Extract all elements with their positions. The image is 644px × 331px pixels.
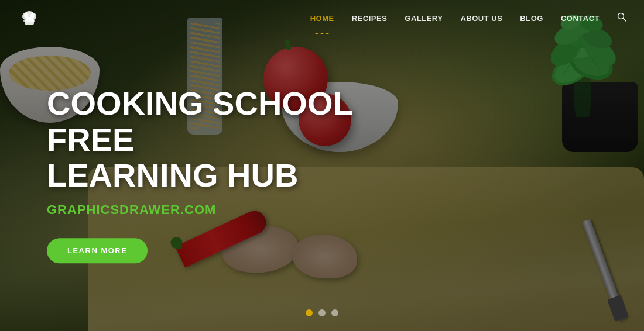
learn-more-button[interactable]: LEARN MORE [47, 238, 148, 263]
search-icon[interactable] [617, 13, 626, 23]
svg-line-25 [624, 19, 626, 22]
nav-link-blog[interactable]: BLOG [520, 14, 543, 23]
svg-point-22 [30, 13, 36, 20]
nav-link-contact[interactable]: CONTACT [561, 14, 600, 23]
navbar: HOME RECIPES GALLERY ABOUT US BLOG CONTA… [0, 0, 644, 36]
chef-icon [18, 6, 41, 30]
svg-rect-23 [23, 20, 35, 22]
nav-link-gallery[interactable]: GALLERY [405, 14, 443, 23]
nav-link-about[interactable]: ABOUT US [460, 14, 502, 23]
nav-link-recipes[interactable]: RECIPES [352, 14, 388, 23]
nav-item-blog[interactable]: BLOG [520, 13, 543, 23]
svg-point-21 [22, 13, 28, 20]
nav-item-gallery[interactable]: GALLERY [405, 13, 443, 23]
nav-item-recipes[interactable]: RECIPES [352, 13, 388, 23]
hero-title-line1: COOKING SCHOOL FREE [47, 85, 352, 158]
slider-dot-2[interactable] [318, 309, 326, 316]
hero-subtitle: GRAPHICSDRAWER.COM [47, 202, 386, 218]
hero-section: HOME RECIPES GALLERY ABOUT US BLOG CONTA… [0, 0, 644, 331]
nav-item-about[interactable]: ABOUT US [460, 13, 502, 23]
hero-title-line2: LEARNING HUB [47, 157, 298, 194]
slider-dot-1[interactable] [306, 309, 313, 316]
hero-title: COOKING SCHOOL FREE LEARNING HUB [47, 85, 386, 194]
slider-dot-3[interactable] [331, 309, 338, 316]
hero-content: COOKING SCHOOL FREE LEARNING HUB GRAPHIC… [47, 85, 386, 263]
nav-item-home[interactable]: HOME [310, 13, 334, 23]
slider-dots [306, 309, 338, 316]
nav-link-home[interactable]: HOME [310, 14, 334, 23]
logo[interactable] [18, 6, 41, 30]
nav-item-contact[interactable]: CONTACT [561, 13, 600, 23]
nav-links: HOME RECIPES GALLERY ABOUT US BLOG CONTA… [310, 12, 626, 24]
search-button[interactable] [617, 12, 626, 24]
